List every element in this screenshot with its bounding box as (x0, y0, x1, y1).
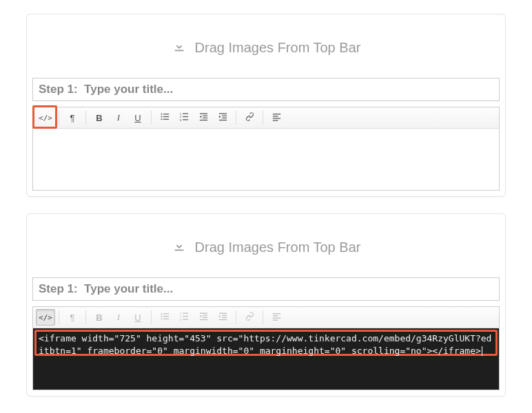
link-icon (245, 311, 255, 324)
svg-point-2 (161, 118, 162, 120)
link-button[interactable] (240, 109, 259, 126)
svg-rect-41 (222, 315, 227, 316)
align-left-icon (272, 112, 282, 124)
svg-rect-40 (218, 313, 226, 314)
editor-toolbar: </> ¶ B I U 123 (32, 107, 500, 129)
indent-button (213, 309, 232, 326)
svg-point-1 (161, 116, 162, 118)
list-ol-icon: 123 (179, 311, 190, 324)
bold-button: B (90, 309, 109, 326)
editor-content-area[interactable] (32, 129, 500, 191)
svg-rect-44 (272, 313, 280, 314)
separator (59, 310, 59, 324)
svg-rect-22 (272, 118, 280, 118)
separator (59, 111, 59, 125)
separator (85, 310, 86, 324)
code-icon: </> (39, 114, 52, 123)
editor-panel: Drag Images From Top Bar </> ¶ B I U 123 (26, 14, 506, 197)
align-left-button (267, 309, 286, 326)
italic-button: I (109, 309, 128, 326)
svg-rect-46 (272, 317, 280, 318)
separator (263, 111, 263, 125)
svg-rect-47 (272, 320, 278, 321)
image-drop-zone[interactable]: Drag Images From Top Bar (32, 220, 500, 275)
svg-rect-16 (218, 114, 226, 114)
outdent-button[interactable] (194, 109, 213, 126)
paragraph-icon: ¶ (70, 113, 75, 123)
align-left-icon (272, 311, 282, 324)
editor-panel-code: Drag Images From Top Bar </> ¶ B I U 123 (26, 213, 506, 396)
ordered-list-button: 123 (174, 309, 194, 326)
link-button (240, 309, 259, 326)
ordered-list-button[interactable]: 123 (174, 109, 194, 126)
paragraph-button[interactable]: ¶ (63, 109, 82, 126)
italic-button[interactable]: I (109, 109, 128, 126)
drop-zone-label: Drag Images From Top Bar (195, 240, 361, 255)
svg-rect-18 (222, 118, 227, 118)
drop-zone-label: Drag Images From Top Bar (195, 40, 361, 56)
indent-icon (218, 311, 228, 324)
image-drop-zone[interactable]: Drag Images From Top Bar (32, 20, 500, 75)
code-icon: </> (39, 313, 52, 322)
svg-rect-43 (218, 319, 226, 320)
svg-rect-11 (183, 119, 188, 120)
svg-rect-37 (203, 315, 207, 316)
svg-rect-36 (199, 313, 207, 314)
download-arrow-icon (172, 238, 187, 257)
svg-rect-14 (203, 118, 207, 118)
svg-text:3: 3 (179, 118, 181, 122)
text-caret (482, 346, 482, 356)
code-view-button[interactable]: </> (36, 109, 55, 126)
list-ul-icon (160, 112, 170, 124)
svg-rect-12 (199, 114, 207, 114)
code-content: <iframe width="725" height="453" src="ht… (36, 331, 496, 358)
svg-rect-29 (163, 319, 169, 319)
svg-rect-3 (163, 114, 169, 114)
svg-point-24 (161, 313, 162, 315)
svg-rect-20 (272, 114, 280, 114)
outdent-icon (198, 311, 209, 324)
indent-button[interactable] (213, 109, 232, 126)
step-title-input[interactable] (32, 78, 500, 101)
svg-text:3: 3 (179, 318, 181, 321)
separator (85, 111, 86, 125)
svg-rect-17 (222, 116, 227, 116)
list-ol-icon: 123 (179, 112, 190, 124)
svg-rect-27 (163, 313, 169, 314)
svg-rect-23 (272, 120, 278, 121)
svg-point-26 (161, 318, 162, 319)
list-ul-icon (160, 311, 170, 324)
svg-rect-34 (183, 316, 188, 317)
underline-button[interactable]: U (128, 109, 147, 126)
separator (236, 111, 236, 125)
separator (151, 111, 152, 125)
underline-button: U (128, 309, 147, 326)
svg-rect-13 (203, 116, 207, 116)
svg-rect-19 (218, 120, 226, 120)
indent-icon (218, 112, 228, 124)
step-title-input[interactable] (32, 277, 500, 301)
align-left-button[interactable] (267, 109, 286, 126)
svg-rect-33 (183, 313, 188, 314)
svg-rect-35 (183, 319, 188, 319)
svg-rect-5 (163, 119, 169, 120)
separator (151, 310, 152, 324)
svg-rect-21 (272, 116, 278, 116)
separator (236, 310, 236, 324)
link-icon (245, 112, 255, 124)
editor-toolbar: </> ¶ B I U 123 (32, 306, 500, 328)
code-editor-area[interactable]: <iframe width="725" height="453" src="ht… (32, 328, 500, 390)
code-view-button[interactable]: </> (36, 309, 55, 326)
svg-rect-10 (183, 116, 188, 117)
separator (263, 310, 263, 324)
svg-rect-42 (222, 317, 227, 318)
svg-point-0 (161, 114, 162, 115)
svg-rect-38 (203, 317, 207, 318)
unordered-list-button[interactable] (155, 109, 174, 126)
unordered-list-button (155, 309, 174, 326)
paragraph-button: ¶ (63, 309, 82, 326)
svg-rect-9 (183, 114, 188, 114)
outdent-icon (198, 112, 209, 124)
svg-rect-28 (163, 316, 169, 317)
bold-button[interactable]: B (90, 109, 109, 126)
